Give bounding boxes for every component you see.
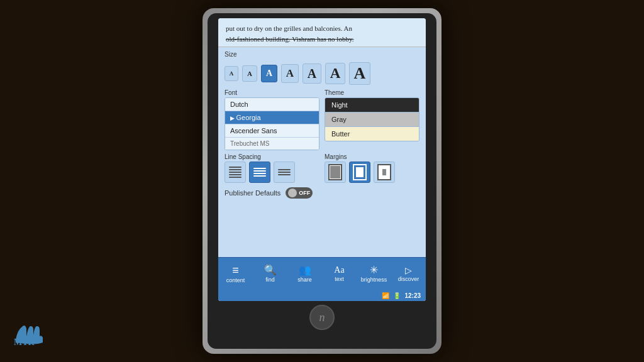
nav-share[interactable]: 👥 share — [287, 263, 322, 285]
device: put out to dry on the grilles and balcon… — [203, 8, 441, 354]
nav-find-label: find — [265, 277, 275, 283]
publisher-defaults-toggle[interactable]: OFF — [286, 187, 313, 199]
settings-panel: Size A A A A A A A Font Dutch — [218, 47, 426, 257]
nav-text[interactable]: Aa text — [322, 263, 357, 285]
theme-butter[interactable]: Butter — [325, 127, 419, 141]
book-text-line2: old-fashioned building. Vishram has no l… — [226, 35, 353, 43]
spacing-btn-3[interactable] — [274, 162, 295, 183]
share-icon: 👥 — [299, 265, 311, 275]
margin-narrow-icon — [328, 164, 342, 180]
font-ascender[interactable]: Ascender Sans — [225, 124, 319, 137]
margin-wide-icon — [377, 164, 391, 180]
discover-icon: ▷ — [405, 266, 412, 275]
svg-text:MTR: MTR — [14, 337, 35, 346]
font-dutch[interactable]: Dutch — [225, 98, 319, 111]
toggle-off-label: OFF — [299, 190, 310, 196]
nav-discover[interactable]: ▷ discover — [391, 263, 426, 285]
publisher-defaults-row: Publisher Defaults OFF — [225, 187, 419, 199]
nav-text-label: text — [335, 276, 344, 282]
nav-share-label: share — [297, 277, 312, 283]
toggle-knob — [288, 189, 297, 197]
screen: put out to dry on the grilles and balcon… — [218, 18, 426, 301]
nav-brightness-label: brightness — [361, 277, 387, 283]
lines-wide-icon — [278, 169, 291, 175]
size-btn-3[interactable]: A — [261, 65, 277, 82]
theme-list: Night Gray Butter — [325, 97, 419, 141]
margins-btn-1[interactable] — [325, 162, 346, 183]
lines-medium-icon — [253, 168, 266, 177]
size-btn-6[interactable]: A — [325, 63, 345, 84]
theme-gray[interactable]: Gray — [325, 112, 419, 127]
spacing-btn-2[interactable] — [249, 162, 270, 183]
publisher-defaults-label: Publisher Defaults — [225, 189, 280, 197]
size-btn-1[interactable]: A — [225, 66, 238, 81]
theme-section: Theme Night Gray Butter — [325, 89, 419, 150]
margins-btn-2[interactable] — [349, 162, 370, 183]
nav-bar: ≡ content 🔍 find 👥 share Aa text ✳ b — [218, 257, 426, 290]
battery-icon: 🔋 — [393, 292, 401, 299]
size-btn-4[interactable]: A — [281, 64, 299, 83]
brightness-icon: ✳ — [370, 265, 378, 275]
find-icon: 🔍 — [264, 265, 277, 275]
size-btn-2[interactable]: A — [242, 65, 257, 82]
font-georgia[interactable]: Georgia — [225, 111, 319, 124]
book-text-line1: put out to dry on the grilles and balcon… — [226, 25, 352, 32]
margin-medium-icon — [353, 164, 367, 180]
margins-btn-3[interactable] — [374, 162, 395, 183]
size-label: Size — [225, 51, 419, 58]
spacing-options — [225, 162, 319, 183]
margins-options — [325, 162, 419, 183]
margins-label: Margins — [325, 153, 419, 160]
device-inner: put out to dry on the grilles and balcon… — [208, 13, 436, 349]
nav-brightness[interactable]: ✳ brightness — [357, 263, 391, 285]
theme-night[interactable]: Night — [325, 98, 419, 112]
spacing-margins-row: Line Spacing — [225, 153, 419, 183]
spacing-label: Line Spacing — [225, 153, 319, 160]
status-bar: 📶 🔋 12:23 — [218, 290, 426, 301]
margins-section: Margins — [325, 153, 419, 183]
status-time: 12:23 — [404, 292, 421, 299]
font-label: Font — [225, 89, 319, 96]
book-text-area: put out to dry on the grilles and balcon… — [218, 18, 426, 47]
nook-logo: n — [319, 311, 325, 324]
size-btn-7[interactable]: A — [349, 62, 370, 85]
nav-discover-label: discover — [398, 276, 419, 282]
spacing-section: Line Spacing — [225, 153, 319, 183]
nav-content-label: content — [226, 277, 245, 283]
nav-find[interactable]: 🔍 find — [253, 263, 287, 285]
home-button[interactable]: n — [309, 305, 335, 330]
font-theme-row: Font Dutch Georgia Ascender Sans Trebuch… — [225, 89, 419, 150]
book-text-strikethrough: old-fashioned building. Vishram has no l… — [226, 35, 353, 43]
size-btn-5[interactable]: A — [303, 63, 321, 84]
spacing-btn-1[interactable] — [225, 162, 246, 183]
theme-label: Theme — [325, 89, 419, 96]
size-row: A A A A A A A — [225, 62, 419, 85]
font-trebuchet[interactable]: Trebuchet MS — [225, 138, 319, 150]
content-icon: ≡ — [232, 265, 239, 276]
mtr-logo: MTR — [13, 317, 57, 349]
lines-tight-icon — [229, 167, 242, 178]
nav-content[interactable]: ≡ content — [218, 262, 253, 286]
wifi-icon: 📶 — [382, 292, 389, 299]
text-icon: Aa — [334, 266, 344, 275]
font-section: Font Dutch Georgia Ascender Sans Trebuch… — [225, 89, 319, 150]
font-list: Dutch Georgia Ascender Sans Trebuchet MS — [225, 97, 319, 150]
